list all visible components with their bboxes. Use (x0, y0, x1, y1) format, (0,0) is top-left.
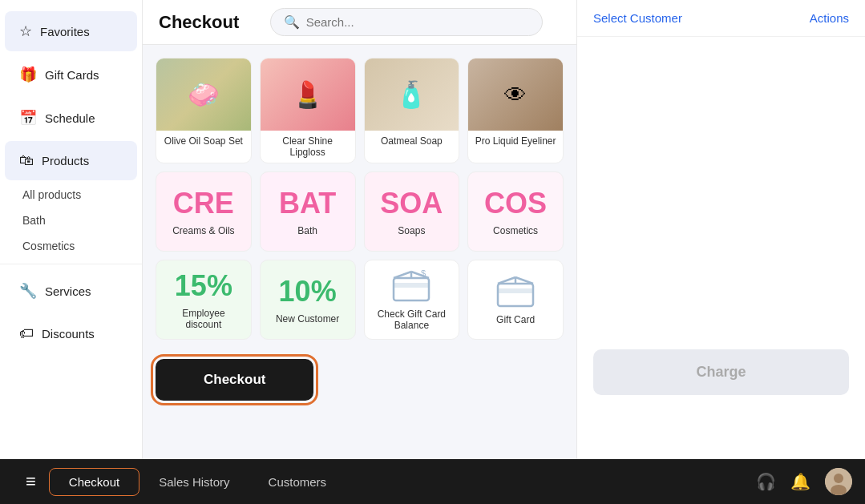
sidebar-item-services[interactable]: 🔧 Services (5, 271, 137, 311)
sidebar-item-products[interactable]: 🛍 Products (5, 141, 137, 180)
product-label-olive-oil-soap-set: Olive Oil Soap Set (161, 131, 246, 151)
avatar-image (825, 468, 852, 495)
category-card-cre[interactable]: CRE Creams & Oils (156, 171, 252, 252)
star-icon: ☆ (19, 22, 32, 40)
sidebar-sub-bath[interactable]: Bath (0, 208, 142, 233)
headset-icon[interactable]: 🎧 (756, 472, 776, 491)
header: Checkout 🔍 (143, 0, 576, 45)
discount-grid: 15% Employee discount 10% New Customer $ (156, 260, 564, 340)
discount-card-employee[interactable]: 15% Employee discount (156, 260, 252, 340)
category-abbr-cos: COS (484, 187, 547, 220)
search-input[interactable] (306, 15, 529, 29)
bottom-nav-right: 🎧 🔔 (756, 468, 852, 495)
right-panel: Select Customer Actions Charge (576, 0, 865, 459)
category-grid: CRE Creams & Oils BAT Bath SOA Soaps COS… (156, 171, 564, 252)
sidebar: ☆ Favorites 🎁 Gift Cards 📅 Schedule 🛍 Pr… (0, 0, 143, 459)
gift-card-check-balance[interactable]: $ Check Gift Card Balance (364, 260, 460, 340)
tag-icon: 🏷 (19, 325, 34, 342)
actions-button[interactable]: Actions (810, 11, 849, 25)
discount-card-new-customer[interactable]: 10% New Customer (260, 260, 356, 340)
gift-card-label: Gift Card (496, 314, 535, 325)
sidebar-sub-all-products[interactable]: All products (0, 182, 142, 208)
category-card-soa[interactable]: SOA Soaps (364, 171, 460, 252)
category-abbr-bat: BAT (279, 187, 336, 220)
product-image-pro-liquid-eyeliner: 👁 (468, 58, 563, 131)
product-card-oatmeal-soap[interactable]: 🧴 Oatmeal Soap (364, 58, 460, 163)
sidebar-label-products: Products (42, 154, 89, 167)
product-image-clear-shine-lipgloss: 💄 (261, 58, 355, 131)
discount-label-employee: Employee discount (164, 308, 243, 330)
wrench-icon: 🔧 (19, 282, 37, 300)
gift-card-option[interactable]: Gift Card (467, 260, 564, 340)
hamburger-menu[interactable]: ≡ (13, 471, 49, 492)
gift-card-check-label: Check Gift Card Balance (373, 308, 451, 331)
sub-label-bath: Bath (22, 214, 46, 227)
sidebar-divider (0, 264, 142, 264)
discount-label-new-customer: New Customer (276, 313, 339, 325)
svg-point-12 (834, 474, 843, 483)
product-grid: 🧼 Olive Oil Soap Set 💄 Clear Shine Lipgl… (156, 58, 564, 163)
sidebar-label-discounts: Discounts (42, 327, 95, 341)
category-abbr-soa: SOA (380, 187, 443, 220)
sidebar-item-gift-cards[interactable]: 🎁 Gift Cards (5, 54, 137, 95)
sidebar-label-services: Services (45, 284, 91, 298)
sub-label-cosmetics: Cosmetics (22, 240, 75, 252)
select-customer-button[interactable]: Select Customer (593, 11, 682, 25)
category-name-cre: Creams & Oils (172, 225, 234, 236)
product-card-olive-oil-soap-set[interactable]: 🧼 Olive Oil Soap Set (156, 58, 252, 163)
sidebar-item-favorites[interactable]: ☆ Favorites (5, 11, 137, 51)
page-title: Checkout (159, 12, 239, 33)
category-abbr-cre: CRE (173, 187, 234, 220)
discount-pct-new-customer: 10% (279, 275, 337, 308)
category-card-bat[interactable]: BAT Bath (260, 171, 356, 252)
checkout-button[interactable]: Checkout (156, 359, 313, 401)
bottom-nav-checkout[interactable]: Checkout (49, 468, 139, 496)
right-panel-header: Select Customer Actions (577, 0, 865, 37)
svg-rect-1 (394, 283, 429, 288)
product-image-oatmeal-soap: 🧴 (365, 58, 459, 131)
bottom-nav-sales-history[interactable]: Sales History (139, 469, 249, 495)
main-content: 🧼 Olive Oil Soap Set 💄 Clear Shine Lipgl… (143, 45, 576, 459)
avatar[interactable] (825, 468, 852, 495)
category-card-cos[interactable]: COS Cosmetics (467, 171, 564, 252)
charge-button[interactable]: Charge (593, 349, 849, 395)
checkout-btn-area: Checkout (156, 359, 564, 401)
category-name-bat: Bath (297, 225, 317, 236)
calendar-icon: 📅 (19, 109, 37, 127)
svg-rect-7 (498, 288, 533, 293)
category-name-cos: Cosmetics (493, 225, 538, 236)
search-icon: 🔍 (284, 14, 300, 30)
sidebar-item-discounts[interactable]: 🏷 Discounts (5, 314, 137, 353)
sidebar-label-favorites: Favorites (40, 25, 90, 38)
gift-icon: 🎁 (19, 66, 37, 83)
bag-icon: 🛍 (19, 152, 34, 169)
svg-rect-0 (394, 278, 429, 300)
right-panel-body (577, 37, 865, 459)
category-name-soa: Soaps (398, 225, 425, 236)
discount-pct-employee: 15% (175, 269, 232, 303)
svg-rect-6 (498, 284, 533, 306)
product-card-clear-shine-lipgloss[interactable]: 💄 Clear Shine Lipgloss (260, 58, 356, 163)
bottom-nav: ≡ Checkout Sales History Customers 🎧 🔔 (0, 459, 865, 504)
sidebar-label-gift-cards: Gift Cards (45, 68, 99, 82)
search-bar[interactable]: 🔍 (270, 8, 543, 36)
product-image-olive-oil-soap-set: 🧼 (156, 58, 251, 131)
product-label-pro-liquid-eyeliner: Pro Liquid Eyeliner (472, 131, 560, 151)
bottom-nav-customers[interactable]: Customers (249, 469, 346, 495)
product-label-clear-shine-lipgloss: Clear Shine Lipgloss (261, 131, 355, 163)
sub-label-all-products: All products (22, 188, 81, 201)
bell-icon[interactable]: 🔔 (790, 472, 810, 491)
gift-card-icon (495, 274, 536, 309)
sidebar-sub-cosmetics[interactable]: Cosmetics (0, 233, 142, 259)
product-label-oatmeal-soap: Oatmeal Soap (378, 131, 446, 151)
product-card-pro-liquid-eyeliner[interactable]: 👁 Pro Liquid Eyeliner (467, 58, 564, 163)
svg-text:$: $ (421, 268, 426, 278)
sidebar-label-schedule: Schedule (45, 111, 95, 125)
gift-check-icon: $ (390, 268, 432, 304)
sidebar-item-schedule[interactable]: 📅 Schedule (5, 98, 137, 138)
